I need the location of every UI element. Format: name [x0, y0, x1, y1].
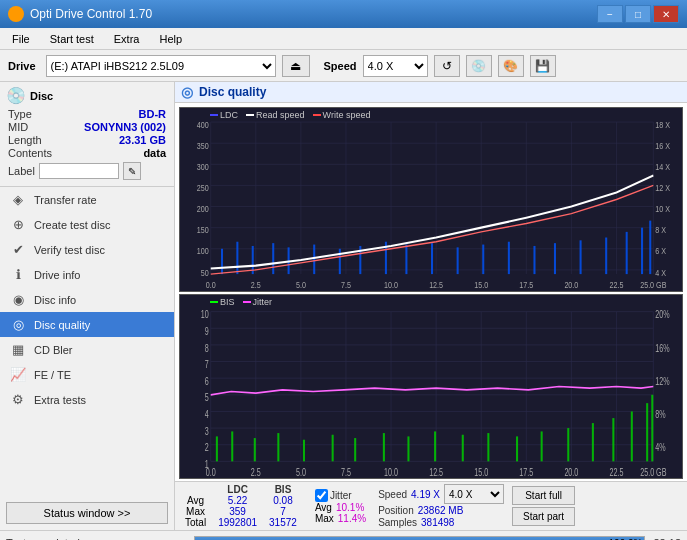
svg-text:5.0: 5.0 [296, 465, 306, 478]
disc-quality-header-title: Disc quality [199, 85, 266, 99]
disc-button[interactable]: 💿 [466, 55, 492, 77]
legend-ldc: LDC [210, 110, 238, 120]
disc-quality-header-icon: ◎ [181, 84, 193, 100]
svg-text:2: 2 [205, 441, 209, 454]
status-window-button[interactable]: Status window >> [6, 502, 168, 524]
legend-read-speed: Read speed [246, 110, 305, 120]
svg-text:10.0: 10.0 [384, 465, 398, 478]
disc-quality-header: ◎ Disc quality [175, 82, 687, 103]
jitter-checkbox[interactable] [315, 489, 328, 502]
drive-info-icon: ℹ [10, 267, 26, 282]
sidebar: 💿 Disc Type BD-R MID SONYNN3 (002) Lengt… [0, 82, 175, 530]
start-part-button[interactable]: Start part [512, 507, 575, 526]
svg-rect-94 [354, 438, 356, 461]
sidebar-item-cd-bler[interactable]: ▦ CD Bler [0, 337, 174, 362]
svg-text:6: 6 [205, 374, 209, 387]
svg-rect-99 [487, 433, 489, 461]
svg-text:15.0: 15.0 [474, 465, 488, 478]
svg-text:10 X: 10 X [655, 203, 670, 214]
settings-button[interactable]: 🎨 [498, 55, 524, 77]
chart-bis-legend: BIS Jitter [210, 297, 272, 307]
svg-text:18 X: 18 X [655, 119, 670, 130]
svg-text:12 X: 12 X [655, 182, 670, 193]
stats-table: LDC BIS Avg 5.22 0.08 Max 359 7 [179, 484, 303, 528]
speed-select[interactable]: 4.0 X Max 2.0 X [363, 55, 428, 77]
eject-button[interactable]: ⏏ [282, 55, 310, 77]
svg-text:100: 100 [197, 245, 209, 256]
menu-bar: File Start test Extra Help [0, 28, 687, 50]
stats-total-ldc: 1992801 [212, 517, 263, 528]
drive-label: Drive [8, 60, 36, 72]
refresh-button[interactable]: ↺ [434, 55, 460, 77]
status-text: Test completed [6, 537, 186, 541]
sidebar-menu: ◈ Transfer rate ⊕ Create test disc ✔ Ver… [0, 187, 174, 496]
start-buttons: Start full Start part [512, 486, 575, 526]
drive-select[interactable]: (E:) ATAPI iHBS212 2.5L09 [46, 55, 276, 77]
svg-rect-34 [554, 243, 556, 274]
disc-contents-key: Contents [8, 147, 52, 159]
stats-label-max: Max [179, 506, 212, 517]
label-edit-button[interactable]: ✎ [123, 162, 141, 180]
menu-file[interactable]: File [4, 31, 38, 47]
close-button[interactable]: ✕ [653, 5, 679, 23]
save-button[interactable]: 💾 [530, 55, 556, 77]
svg-rect-102 [567, 428, 569, 461]
legend-bis-dot [210, 301, 218, 303]
svg-rect-39 [649, 221, 651, 274]
stats-header-ldc: LDC [212, 484, 263, 495]
menu-help[interactable]: Help [151, 31, 190, 47]
svg-rect-28 [405, 245, 407, 275]
stats-total-bis: 31572 [263, 517, 303, 528]
app-title: Opti Drive Control 1.70 [30, 7, 152, 21]
disc-length-row: Length 23.31 GB [6, 134, 168, 146]
legend-bis-label: BIS [220, 297, 235, 307]
title-bar-left: Opti Drive Control 1.70 [8, 6, 152, 22]
drive-bar: Drive (E:) ATAPI iHBS212 2.5L09 ⏏ Speed … [0, 50, 687, 82]
start-full-button[interactable]: Start full [512, 486, 575, 505]
legend-ldc-dot [210, 114, 218, 116]
chart-ldc-legend: LDC Read speed Write speed [210, 110, 370, 120]
sidebar-item-verify-test-disc[interactable]: ✔ Verify test disc [0, 237, 174, 262]
sidebar-item-create-test-disc[interactable]: ⊕ Create test disc [0, 212, 174, 237]
svg-rect-92 [303, 440, 305, 462]
svg-text:25.0 GB: 25.0 GB [640, 465, 666, 478]
legend-bis: BIS [210, 297, 235, 307]
jitter-avg-val: 10.1% [336, 502, 364, 513]
disc-length-key: Length [8, 134, 42, 146]
svg-text:12.5: 12.5 [429, 279, 443, 290]
position-row: Position 23862 MB [378, 505, 504, 516]
svg-rect-98 [462, 435, 464, 462]
svg-text:350: 350 [197, 140, 209, 151]
svg-text:10: 10 [201, 307, 209, 320]
svg-text:20.0: 20.0 [564, 279, 578, 290]
minimize-button[interactable]: − [597, 5, 623, 23]
chart-bis: BIS Jitter [179, 294, 683, 479]
sidebar-item-fe-te[interactable]: 📈 FE / TE [0, 362, 174, 387]
svg-rect-36 [605, 238, 607, 275]
maximize-button[interactable]: □ [625, 5, 651, 23]
sidebar-item-disc-quality[interactable]: ◎ Disc quality [0, 312, 174, 337]
sidebar-item-extra-tests[interactable]: ⚙ Extra tests [0, 387, 174, 412]
svg-text:250: 250 [197, 182, 209, 193]
label-input[interactable] [39, 163, 119, 179]
svg-rect-90 [254, 438, 256, 461]
disc-quality-icon: ◎ [10, 317, 26, 332]
sidebar-item-disc-info[interactable]: ◉ Disc info [0, 287, 174, 312]
sidebar-item-transfer-rate[interactable]: ◈ Transfer rate [0, 187, 174, 212]
svg-rect-37 [626, 232, 628, 274]
svg-rect-38 [641, 228, 643, 274]
svg-text:17.5: 17.5 [519, 465, 533, 478]
svg-text:12%: 12% [655, 374, 670, 387]
svg-rect-107 [651, 395, 653, 462]
sidebar-item-label-extra-tests: Extra tests [34, 394, 86, 406]
jitter-checkbox-row: Jitter [315, 489, 366, 502]
sidebar-item-drive-info[interactable]: ℹ Drive info [0, 262, 174, 287]
speed-dropdown[interactable]: 4.0 X Max [444, 484, 504, 504]
extra-tests-icon: ⚙ [10, 392, 26, 407]
menu-extra[interactable]: Extra [106, 31, 148, 47]
sidebar-item-label-drive-info: Drive info [34, 269, 80, 281]
menu-start-test[interactable]: Start test [42, 31, 102, 47]
transfer-rate-icon: ◈ [10, 192, 26, 207]
svg-rect-22 [272, 243, 274, 274]
speed-info-label: Speed [378, 489, 407, 500]
